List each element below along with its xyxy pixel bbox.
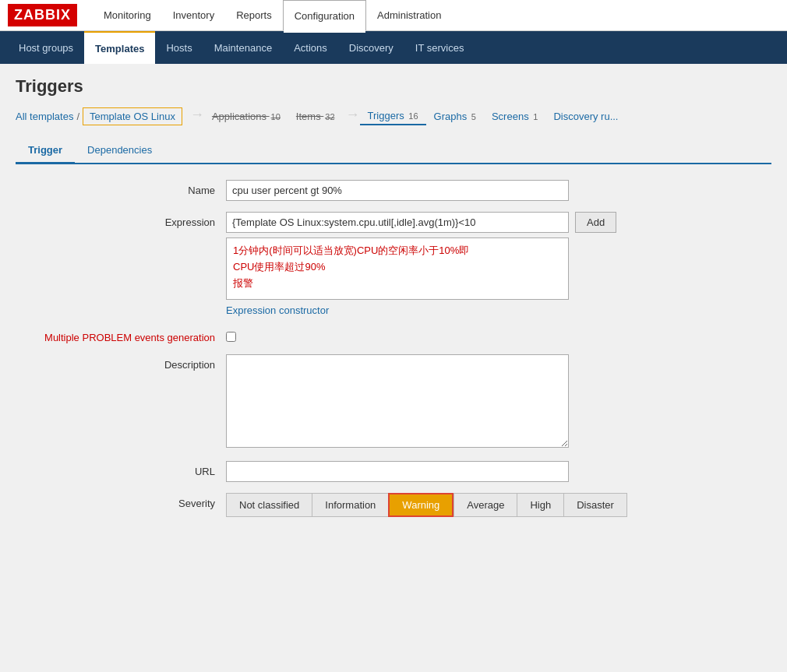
nav-maintenance[interactable]: Maintenance <box>203 31 283 64</box>
url-control <box>226 461 771 482</box>
name-input[interactable] <box>226 180 569 201</box>
severity-row: Severity Not classified Information Warn… <box>16 493 771 517</box>
severity-control: Not classified Information Warning Avera… <box>226 493 771 517</box>
page-content: Triggers All templates / Template OS Lin… <box>0 64 787 540</box>
nav-hosts[interactable]: Hosts <box>155 31 203 64</box>
name-label: Name <box>16 180 226 196</box>
tab-applications[interactable]: Applications 10 <box>204 108 288 125</box>
template-breadcrumb: All templates / Template OS Linux → Appl… <box>16 107 771 125</box>
description-control <box>226 354 771 450</box>
sev-information[interactable]: Information <box>312 493 388 517</box>
expression-input-row: Add <box>226 212 771 233</box>
description-label: Description <box>16 354 226 371</box>
form-tabs: Trigger Dependencies <box>16 138 771 164</box>
severity-buttons: Not classified Information Warning Avera… <box>226 493 771 517</box>
sev-warning[interactable]: Warning <box>388 493 453 517</box>
nav-monitoring[interactable]: Monitoring <box>93 0 162 30</box>
expression-comment: 1分钟内(时间可以适当放宽)CPU的空闲率小于10%即 CPU使用率超过90% … <box>226 237 569 300</box>
nav-host-groups[interactable]: Host groups <box>8 31 84 64</box>
nav-discovery[interactable]: Discovery <box>338 31 404 64</box>
arrow-right-1: → <box>190 107 204 123</box>
breadcrumb-all-templates[interactable]: All templates <box>16 111 73 122</box>
second-navigation: Host groups Templates Hosts Maintenance … <box>0 31 787 64</box>
multiple-problem-checkbox[interactable] <box>226 332 236 342</box>
tab-screens[interactable]: Screens 1 <box>484 108 545 125</box>
nav-inventory[interactable]: Inventory <box>162 0 225 30</box>
nav-actions[interactable]: Actions <box>283 31 338 64</box>
expression-input[interactable] <box>226 212 569 233</box>
nav-templates[interactable]: Templates <box>84 31 155 64</box>
breadcrumb-template[interactable]: Template OS Linux <box>83 107 182 125</box>
breadcrumb-sep: / <box>76 111 79 122</box>
tab-graphs[interactable]: Graphs 5 <box>426 108 484 125</box>
name-control-area <box>226 180 771 201</box>
form-tab-trigger[interactable]: Trigger <box>16 138 75 164</box>
sev-disaster[interactable]: Disaster <box>563 493 627 517</box>
page-title: Triggers <box>16 76 771 97</box>
arrow-right-2: → <box>346 107 360 123</box>
tab-discovery-rules[interactable]: Discovery ru... <box>545 108 626 125</box>
multiple-problem-row: Multiple PROBLEM events generation <box>16 327 771 343</box>
expression-row: Expression Add 1分钟内(时间可以适当放宽)CPU的空闲率小于10… <box>16 212 771 316</box>
url-input[interactable] <box>226 461 569 482</box>
expression-label: Expression <box>16 212 226 228</box>
sev-average[interactable]: Average <box>453 493 517 517</box>
top-navigation: ZABBIX Monitoring Inventory Reports Conf… <box>0 0 787 31</box>
expression-control-area: Add 1分钟内(时间可以适当放宽)CPU的空闲率小于10%即 CPU使用率超过… <box>226 212 771 316</box>
nav-reports[interactable]: Reports <box>225 0 283 30</box>
top-nav-links: Monitoring Inventory Reports Configurati… <box>93 0 452 30</box>
sev-not-classified[interactable]: Not classified <box>226 493 312 517</box>
tab-triggers[interactable]: Triggers 16 <box>360 107 426 125</box>
description-row: Description <box>16 354 771 450</box>
url-row: URL <box>16 461 771 482</box>
sev-high[interactable]: High <box>517 493 563 517</box>
multiple-problem-label: Multiple PROBLEM events generation <box>16 327 226 343</box>
severity-label: Severity <box>16 493 226 509</box>
url-label: URL <box>16 461 226 477</box>
description-textarea[interactable] <box>226 354 569 448</box>
tab-items[interactable]: Items 32 <box>288 108 343 125</box>
nav-configuration[interactable]: Configuration <box>283 0 366 30</box>
name-row: Name <box>16 180 771 201</box>
logo: ZABBIX <box>8 4 77 26</box>
expression-constructor-link[interactable]: Expression constructor <box>226 304 771 316</box>
nav-administration[interactable]: Administration <box>366 0 452 30</box>
multiple-problem-control <box>226 327 771 342</box>
nav-it-services[interactable]: IT services <box>404 31 475 64</box>
form-section: Name Expression Add 1分钟内(时间可以适当放宽)CPU的空闲… <box>16 180 771 517</box>
add-button[interactable]: Add <box>575 212 616 233</box>
form-tab-dependencies[interactable]: Dependencies <box>75 138 164 164</box>
